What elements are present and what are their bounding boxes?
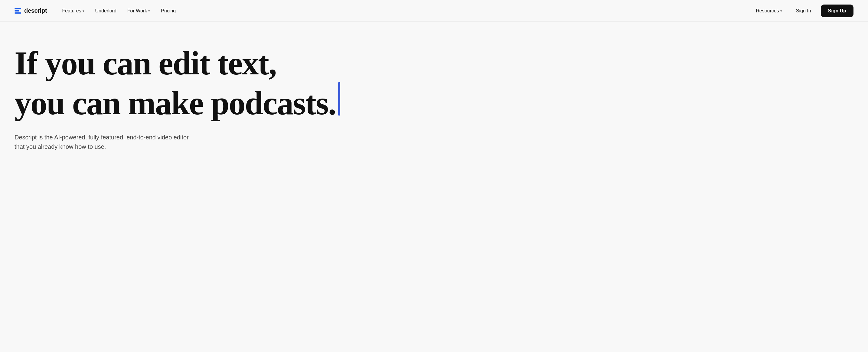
- hero-subtext-line2: that you already know how to use.: [14, 143, 106, 150]
- headline-line2-text: you can make podcasts.: [14, 86, 336, 121]
- nav-link-pricing[interactable]: Pricing: [157, 6, 180, 16]
- hero-headline: If you can edit text, you can make podca…: [14, 46, 409, 121]
- logo[interactable]: descript: [14, 7, 47, 14]
- hero-subtext: Descript is the AI-powered, fully featur…: [14, 133, 190, 152]
- nav-left: descript Features ▾ Underlord For Work ▾…: [14, 6, 180, 16]
- nav-link-forwork[interactable]: For Work ▾: [123, 6, 154, 16]
- hero-headline-line2: you can make podcasts.: [14, 81, 409, 121]
- nav-link-resources-label: Resources: [756, 8, 779, 13]
- nav-link-features-label: Features: [62, 8, 81, 13]
- nav-links: Features ▾ Underlord For Work ▾ Pricing: [58, 6, 180, 16]
- logo-icon: [14, 8, 21, 13]
- sign-up-button[interactable]: Sign Up: [821, 4, 854, 17]
- nav-link-underlord-label: Underlord: [95, 8, 117, 13]
- hero-section: If you can edit text, you can make podca…: [0, 22, 424, 170]
- hero-headline-line1: If you can edit text,: [14, 46, 409, 81]
- nav-link-features[interactable]: Features ▾: [58, 6, 88, 16]
- chevron-down-icon: ▾: [83, 9, 84, 13]
- nav-link-underlord[interactable]: Underlord: [91, 6, 121, 16]
- navbar: descript Features ▾ Underlord For Work ▾…: [0, 0, 868, 22]
- nav-link-resources[interactable]: Resources ▾: [751, 6, 786, 16]
- text-cursor: [338, 82, 340, 116]
- chevron-down-icon: ▾: [780, 9, 782, 13]
- headline-line1-text: If you can edit text,: [14, 46, 276, 81]
- nav-right: Resources ▾ Sign In Sign Up: [751, 4, 854, 17]
- hero-subtext-line1: Descript is the AI-powered, fully featur…: [14, 134, 189, 140]
- nav-link-pricing-label: Pricing: [161, 8, 176, 13]
- chevron-down-icon: ▾: [148, 9, 150, 13]
- logo-text: descript: [24, 7, 47, 14]
- sign-in-button[interactable]: Sign In: [790, 5, 817, 17]
- nav-link-forwork-label: For Work: [127, 8, 147, 13]
